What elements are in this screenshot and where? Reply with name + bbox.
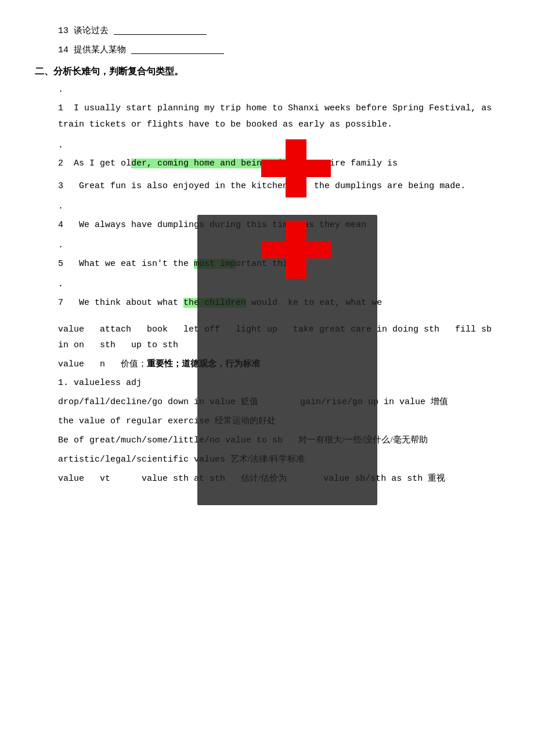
item-14-blank (131, 53, 224, 54)
sentence-3-num: 3 (58, 181, 63, 191)
item-14-number: 14 (58, 45, 68, 55)
cross-v-bar (286, 139, 306, 197)
sentence-7-num: 7 (58, 298, 63, 308)
sentence-1-dot: · (58, 87, 63, 96)
sentence-1: · 1 I usually start planning my trip hom… (58, 84, 499, 134)
item-14-text: 提供某人某物 (74, 45, 126, 54)
sentence-2-num: 2 (58, 159, 63, 168)
item-13-number: 13 (58, 26, 68, 36)
item-13: 13 谈论过去 (35, 23, 499, 39)
cross-v-bar-2 (286, 221, 306, 279)
sentence-4-num: 4 (58, 220, 63, 230)
item-13-blank (114, 34, 207, 35)
sentence-7-dot: · (58, 281, 63, 291)
sentence-2-dot: · (58, 142, 63, 152)
sentence-1-num: 1 (58, 103, 63, 113)
main-content: 13 谈论过去 14 提供某人某物 二、分析长难句，判断复合句类型。 · 1 I… (35, 23, 499, 487)
sentence-7-what1: what (157, 298, 178, 308)
red-cross-bottom-icon (261, 221, 331, 279)
sentence-5-num: 5 (58, 259, 63, 269)
red-cross-top-icon (261, 139, 331, 197)
item-14: 14 提供某人某物 (35, 42, 499, 58)
section-2-title: 二、分析长难句，判断复合句类型。 (35, 66, 499, 78)
item-13-text: 谈论过去 (74, 26, 109, 35)
sentence-5-dot: · (58, 242, 63, 252)
sentence-4-dot: · (58, 203, 63, 213)
